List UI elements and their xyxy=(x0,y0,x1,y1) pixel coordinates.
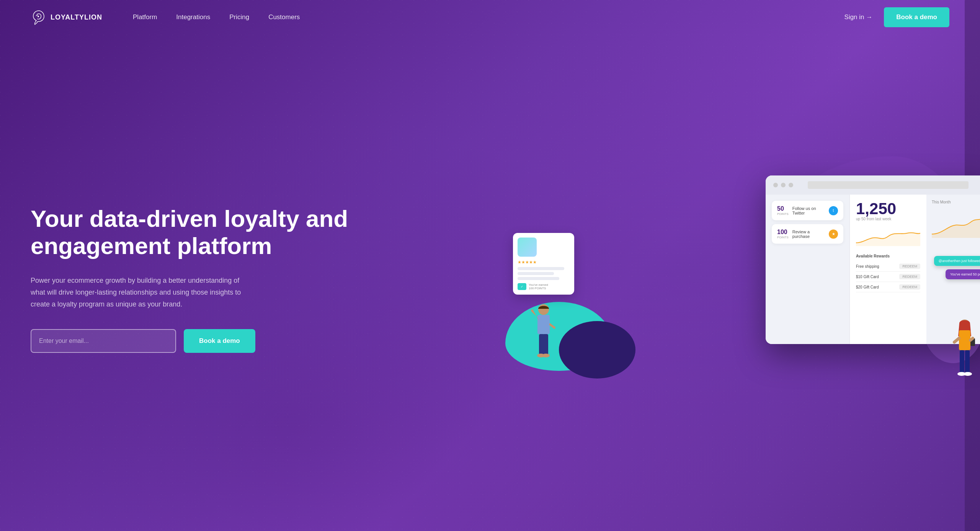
nav-pricing[interactable]: Pricing xyxy=(229,13,249,21)
person-left-svg xyxy=(528,302,559,363)
dash-left-panel: 50 POINTS Follow us on Twitter t 100 POI… xyxy=(766,195,850,344)
dash-center-panel: 1,250 up 50 from last week Available Rew… xyxy=(850,195,926,344)
mini-chart xyxy=(856,225,920,248)
product-earn-button[interactable]: ✓ xyxy=(518,283,526,290)
dashboard-header xyxy=(766,175,980,195)
svg-point-0 xyxy=(38,16,39,17)
nav-integrations[interactable]: Integrations xyxy=(176,13,210,21)
person-right-svg xyxy=(951,317,978,382)
big-number: 1,250 xyxy=(856,201,920,217)
blob-dark xyxy=(559,321,635,379)
logo-icon xyxy=(31,9,47,25)
product-card: ★★★★★ ✓ You've earned100 POINTS xyxy=(513,233,574,295)
product-line-3 xyxy=(518,277,559,280)
navbar: LOYALTYLION Platform Integrations Pricin… xyxy=(0,0,980,34)
twitter-icon: t xyxy=(829,206,838,215)
star-icon: ★ xyxy=(829,229,838,239)
hero-section: Your data-driven loyalty and engagement … xyxy=(0,34,980,531)
svg-point-6 xyxy=(542,354,550,357)
book-demo-nav-button[interactable]: Book a demo xyxy=(884,7,949,27)
nav-links: Platform Integrations Pricing Customers xyxy=(133,13,844,21)
logo[interactable]: LOYALTYLION xyxy=(31,9,102,25)
hero-left: Your data-driven loyalty and engagement … xyxy=(31,205,490,353)
product-points-label: You've earned100 POINTS xyxy=(529,283,548,290)
svg-rect-4 xyxy=(543,334,548,355)
product-stars: ★★★★★ xyxy=(518,260,570,265)
hero-right: 50 POINTS Follow us on Twitter t 100 POI… xyxy=(490,164,980,394)
reward-item-1: Free shipping REDEEM xyxy=(856,261,920,272)
big-number-label: up 50 from last week xyxy=(856,217,920,221)
product-line-1 xyxy=(518,267,564,270)
page-wrapper: LOYALTYLION Platform Integrations Pricin… xyxy=(0,0,980,531)
address-bar xyxy=(808,181,969,189)
svg-rect-8 xyxy=(959,330,970,350)
product-image xyxy=(518,238,537,257)
notification-earned-toast: You've earned 50 points xyxy=(946,269,980,279)
twitter-points-label: POINTS xyxy=(777,212,789,216)
reward-redeem-3[interactable]: REDEEM xyxy=(899,284,920,290)
svg-point-13 xyxy=(964,372,972,376)
sign-in-link[interactable]: Sign in → xyxy=(844,13,873,21)
svg-rect-11 xyxy=(965,350,970,373)
review-points-label: POINTS xyxy=(777,236,789,239)
product-lines xyxy=(518,267,570,280)
reward-name-1: Free shipping xyxy=(856,264,879,269)
reward-name-3: $20 Gift Card xyxy=(856,285,879,289)
review-activity-card: 100 POINTS Review a purchase ★ xyxy=(772,224,843,244)
svg-rect-10 xyxy=(960,350,964,373)
logo-text: LOYALTYLION xyxy=(51,13,102,21)
dot-3 xyxy=(789,183,793,187)
nav-actions: Sign in → Book a demo xyxy=(844,7,949,27)
notification-follow-toast: @anotherthen just followed you xyxy=(934,256,980,266)
hero-subtitle: Power your ecommerce growth by building … xyxy=(31,275,253,310)
rewards-title: Available Rewards xyxy=(856,254,920,258)
nav-customers[interactable]: Customers xyxy=(268,13,300,21)
email-input[interactable] xyxy=(31,329,176,353)
reward-redeem-1[interactable]: REDEEM xyxy=(899,264,920,269)
person-left xyxy=(528,302,559,359)
this-month-chart xyxy=(932,207,980,238)
book-demo-hero-button[interactable]: Book a demo xyxy=(184,329,255,353)
product-cta-bar: ✓ You've earned100 POINTS xyxy=(518,283,570,290)
dot-1 xyxy=(773,183,778,187)
reward-redeem-2[interactable]: REDEEM xyxy=(899,274,920,279)
review-points: 100 xyxy=(777,229,787,235)
svg-point-1 xyxy=(538,304,549,315)
twitter-activity-name: Follow us on Twitter xyxy=(792,206,825,215)
person-right xyxy=(951,317,978,379)
hero-title: Your data-driven loyalty and engagement … xyxy=(31,205,475,260)
twitter-points: 50 xyxy=(777,205,784,212)
svg-rect-2 xyxy=(537,315,550,334)
reward-item-2: $10 Gift Card REDEEM xyxy=(856,272,920,282)
twitter-activity-card: 50 POINTS Follow us on Twitter t xyxy=(772,201,843,220)
dot-2 xyxy=(781,183,786,187)
product-line-2 xyxy=(518,272,554,275)
review-activity-name: Review a purchase xyxy=(792,229,825,239)
hero-cta: Book a demo xyxy=(31,329,475,353)
this-month-label: This Month xyxy=(932,200,980,204)
rewards-section: Available Rewards Free shipping REDEEM $… xyxy=(856,254,920,292)
nav-platform[interactable]: Platform xyxy=(133,13,157,21)
reward-item-3: $20 Gift Card REDEEM xyxy=(856,282,920,292)
reward-name-2: $10 Gift Card xyxy=(856,275,879,279)
